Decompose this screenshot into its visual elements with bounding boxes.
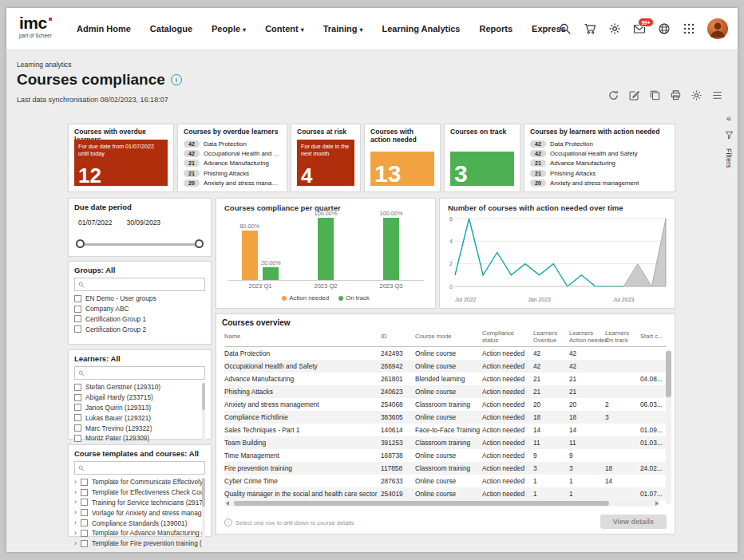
table-vertical-scrollbar[interactable] (666, 349, 671, 504)
slicer-item[interactable]: ›Template for Effectiveness Check Course… (74, 487, 205, 498)
copy-icon[interactable] (649, 89, 661, 101)
column-header[interactable]: LearnersAction needed (569, 330, 605, 344)
checkbox[interactable] (74, 315, 81, 322)
expand-caret-icon[interactable]: › (74, 479, 77, 486)
mail-icon[interactable]: 99+ (633, 22, 646, 35)
collapse-chevrons-icon[interactable]: « (726, 113, 731, 123)
nav-item-admin-home[interactable]: Admin Home (77, 24, 131, 34)
slicer-item[interactable]: ›Template for Advance Manufacturing cour… (74, 528, 205, 538)
checkbox[interactable] (81, 540, 88, 547)
slicer-item[interactable]: EN Demo - User groups (74, 294, 205, 304)
slicer-item[interactable]: Marc Trevino (129322) (74, 423, 205, 433)
gear-icon[interactable] (608, 22, 621, 35)
checkbox[interactable] (74, 325, 81, 333)
nav-item-reports[interactable]: Reports (480, 24, 513, 34)
table-row[interactable]: Fire prevention training117858Classroom … (224, 462, 667, 475)
slicer-item[interactable]: ›Compliance Standards (139001) (74, 518, 205, 528)
kpi-list-item[interactable]: 42Occupational Health and Safety (530, 148, 669, 158)
scroll-left-icon[interactable] (226, 501, 229, 506)
view-details-button[interactable]: View details (600, 515, 667, 529)
slicer-item[interactable]: Stefan Gerstner (129310) (74, 382, 205, 392)
info-icon[interactable]: i (171, 74, 182, 85)
checkbox[interactable] (74, 394, 81, 401)
kpi-list-item[interactable]: 42Data Protection (184, 139, 281, 148)
checkbox[interactable] (81, 479, 88, 486)
slicer-item[interactable]: ›Template for Fire prevention training (… (74, 538, 205, 549)
scrollbar[interactable] (202, 383, 205, 452)
scroll-right-icon[interactable] (655, 501, 659, 506)
kpi-box-on-track[interactable]: 3 (450, 152, 514, 186)
slicer-item[interactable]: ›Vorlage für Anxiety and stress manageme… (74, 507, 205, 518)
kpi-list-item[interactable]: 21Phishing Attacks (530, 168, 669, 178)
imc-logo[interactable]: imc part of Scheer (19, 15, 52, 38)
legend-item[interactable]: Action needed (282, 294, 329, 302)
nav-item-catalogue[interactable]: Catalogue (150, 24, 192, 34)
column-header[interactable]: Start c... (640, 333, 667, 341)
checkbox[interactable] (81, 489, 88, 496)
edit-icon[interactable] (628, 89, 640, 101)
column-header[interactable]: ID (381, 333, 415, 341)
slicer-item[interactable]: Certification Group 2 (74, 324, 205, 334)
cart-icon[interactable] (584, 22, 596, 35)
column-header[interactable]: LearnersOn track (605, 330, 640, 344)
slicer-item[interactable]: ›Training for Service technicians (29172… (74, 498, 205, 508)
slicer-item[interactable]: Abigail Hardy (233715) (74, 392, 205, 403)
bar-on-track[interactable] (318, 218, 334, 280)
date-range-slider[interactable] (80, 239, 200, 249)
expand-caret-icon[interactable]: › (74, 530, 77, 537)
table-row[interactable]: Phishing Attacks240623Online courseActio… (224, 385, 667, 398)
checkbox[interactable] (74, 384, 81, 391)
nav-item-people[interactable]: People▾ (212, 24, 246, 34)
checkbox[interactable] (81, 530, 88, 537)
scrollbar[interactable] (202, 478, 205, 548)
checkbox[interactable] (81, 499, 88, 506)
due-date-end[interactable]: 30/09/2023 (127, 219, 161, 227)
print-icon[interactable] (670, 89, 682, 101)
expand-caret-icon[interactable]: › (74, 519, 77, 526)
expand-caret-icon[interactable]: › (74, 540, 77, 547)
globe-icon[interactable] (658, 22, 671, 35)
checkbox[interactable] (74, 424, 81, 432)
nav-item-content[interactable]: Content▾ (265, 24, 304, 34)
slicer-item[interactable]: Certification Group 1 (74, 314, 205, 325)
expand-caret-icon[interactable]: › (74, 489, 77, 496)
kpi-list-item[interactable]: 21Advance Manufacturing (184, 159, 281, 168)
learners-search-input[interactable] (74, 366, 205, 380)
slicer-item[interactable]: Lukas Bauer (129321) (74, 412, 205, 423)
checkbox[interactable] (81, 519, 88, 526)
slicer-item[interactable]: Moritz Pater (129309) (74, 433, 205, 444)
column-header[interactable]: Name (224, 333, 381, 341)
table-row[interactable]: Team Building391253Classroom trainingAct… (224, 436, 667, 449)
kpi-list-item[interactable]: 42Occupational Health and Sat... (184, 148, 281, 158)
search-icon[interactable] (559, 22, 572, 35)
slider-handle-start[interactable] (76, 239, 85, 248)
kpi-list-item[interactable]: 20Anxiety and stress management (530, 178, 669, 187)
breadcrumb[interactable]: Learning analytics (17, 61, 72, 69)
kpi-list-item[interactable]: 21Phishing Attacks (184, 168, 281, 178)
kpi-list-item[interactable]: 21Advance Manufacturing (530, 159, 669, 168)
checkbox[interactable] (74, 404, 81, 411)
bar-action-needed[interactable] (242, 231, 258, 280)
legend-item[interactable]: On track (338, 294, 369, 302)
table-row[interactable]: Time Management168738Online courseAction… (224, 449, 667, 462)
courses-search-input[interactable] (74, 461, 205, 475)
groups-search-input[interactable] (74, 278, 205, 291)
checkbox[interactable] (74, 295, 81, 302)
due-date-start[interactable]: 01/07/2022 (78, 219, 113, 227)
column-header[interactable]: Compliancestatus (482, 330, 533, 344)
table-row[interactable]: Sales Techniques - Part 1140614Face-to-F… (224, 424, 667, 436)
nav-item-learning-analytics[interactable]: Learning Analytics (382, 24, 460, 34)
avatar[interactable] (707, 18, 728, 39)
table-row[interactable]: Occupational Health and Safety266942Onli… (224, 360, 667, 373)
kpi-list-item[interactable]: 42Data Protection (530, 139, 669, 148)
filters-panel-collapsed[interactable]: « Filters (722, 113, 736, 168)
more-menu-icon[interactable] (711, 89, 723, 101)
slicer-item[interactable]: Company ABC (74, 304, 205, 314)
table-row[interactable]: Anxiety and stress management254068Class… (224, 398, 667, 411)
apps-grid-icon[interactable] (683, 22, 695, 35)
nav-item-training[interactable]: Training▾ (323, 24, 363, 34)
expand-caret-icon[interactable]: › (74, 499, 77, 506)
table-row[interactable]: Quality manager in the social and health… (224, 487, 667, 500)
reset-icon[interactable] (607, 89, 619, 101)
kpi-list-item[interactable]: 20Anxiety and stress managem... (184, 178, 281, 187)
